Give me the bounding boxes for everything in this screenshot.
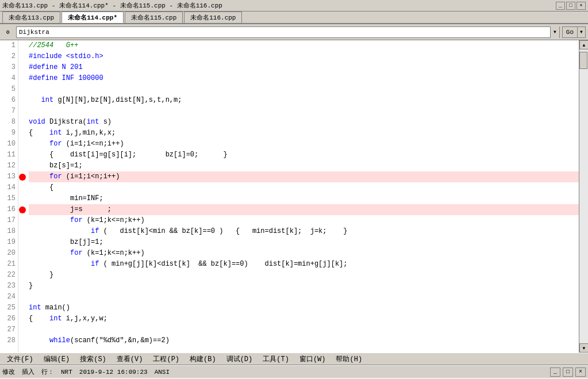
menu-item-调试D[interactable]: 调试(D) xyxy=(222,353,258,365)
go-combo-arrow[interactable]: ▼ xyxy=(577,26,585,38)
error-dot-16 xyxy=(19,206,26,213)
function-combo-arrow[interactable]: ▼ xyxy=(550,26,559,38)
toolbar-icon: ⚙ xyxy=(2,26,14,38)
function-combo[interactable]: Dijkstra ▼ xyxy=(16,26,560,38)
code-line-21[interactable]: if ( min+g[j][k]<dist[k] && bz[k]==0) di… xyxy=(29,259,579,270)
menu-item-文件F[interactable]: 文件(F) xyxy=(2,353,38,365)
function-combo-text: Dijkstra xyxy=(17,29,550,36)
menu-item-搜索S[interactable]: 搜索(S) xyxy=(75,353,111,365)
code-line-10[interactable]: for (i=1;i<=n;i++) xyxy=(29,139,579,150)
scrollbar-thumb[interactable] xyxy=(579,52,587,69)
status-line: 行： xyxy=(41,367,54,376)
status-nrt: NRT xyxy=(61,369,72,376)
bottom-minimize[interactable]: _ xyxy=(550,367,560,377)
window-controls[interactable]: _ □ × xyxy=(556,2,586,10)
tab-3[interactable]: 未命名116.cpp xyxy=(184,12,242,23)
status-encoding: ANSI xyxy=(155,369,170,376)
code-line-4[interactable]: #define INF 100000 xyxy=(29,73,579,84)
menu-item-帮助H[interactable]: 帮助(H) xyxy=(331,353,367,365)
status-datetime: 2019-9-12 16:09:23 xyxy=(79,369,148,376)
bottom-status: 修改 插入 行： NRT 2019-9-12 16:09:23 ANSI xyxy=(2,367,545,376)
code-line-15[interactable]: min=INF; xyxy=(29,193,579,204)
bottom-window-controls[interactable]: _ □ × xyxy=(550,367,586,377)
tab-0[interactable]: 未命名113.cpp xyxy=(2,12,60,23)
go-combo[interactable]: Go ▼ xyxy=(562,26,586,38)
code-line-2[interactable]: #include <stdio.h> xyxy=(29,51,579,62)
tab-2[interactable]: 未命名115.cpp xyxy=(125,12,183,23)
menubar: 文件(F)编辑(E)搜索(S)查看(V)工程(P)构建(B)调试(D)工具(T)… xyxy=(0,353,588,365)
status-modify: 修改 xyxy=(2,367,15,376)
error-indicators xyxy=(18,40,26,353)
menu-item-查看V[interactable]: 查看(V) xyxy=(112,353,148,365)
maximize-button[interactable]: □ xyxy=(566,2,575,10)
code-line-11[interactable]: { dist[i]=g[s][i]; bz[i]=0; } xyxy=(29,150,579,160)
code-line-9[interactable]: { int i,j,min,k,x; xyxy=(29,128,579,139)
menu-item-窗口W[interactable]: 窗口(W) xyxy=(295,353,330,365)
code-line-22[interactable]: } xyxy=(29,270,579,281)
code-line-13[interactable]: for (i=1;i<n;i++) xyxy=(29,171,579,182)
code-line-25[interactable]: int main() xyxy=(29,303,579,313)
code-line-14[interactable]: { xyxy=(29,182,579,193)
bottom-close[interactable]: × xyxy=(575,367,586,377)
title-text: 未命名113.cpp - 未命名114.cpp* - 未命名115.cpp - … xyxy=(2,1,222,10)
bottom-bar: 修改 插入 行： NRT 2019-9-12 16:09:23 ANSI _ □… xyxy=(0,365,588,378)
scrollbar[interactable]: ▲ ▼ xyxy=(579,40,588,353)
code-line-7[interactable] xyxy=(29,106,579,117)
code-line-5[interactable] xyxy=(29,84,579,95)
scroll-down-button[interactable]: ▼ xyxy=(579,343,588,353)
code-line-16[interactable]: j=s ; xyxy=(29,204,579,215)
scroll-up-button[interactable]: ▲ xyxy=(579,40,588,49)
go-label: Go xyxy=(563,29,577,36)
menu-item-工具T[interactable]: 工具(T) xyxy=(258,353,294,365)
title-bar: 未命名113.cpp - 未命名114.cpp* - 未命名115.cpp - … xyxy=(0,0,588,12)
code-line-27[interactable] xyxy=(29,324,579,335)
error-dot-13 xyxy=(19,174,26,181)
tab-bar: 未命名113.cpp 未命名114.cpp* 未命名115.cpp 未命名116… xyxy=(0,12,588,24)
status-insert: 插入 xyxy=(22,367,34,376)
close-button[interactable]: × xyxy=(577,2,586,10)
line-numbers: 1234567891011121314151617181920212223242… xyxy=(0,40,18,353)
code-area: 1234567891011121314151617181920212223242… xyxy=(0,40,588,353)
code-line-17[interactable]: for (k=1;k<=n;k++) xyxy=(29,215,579,226)
minimize-button[interactable]: _ xyxy=(556,2,565,10)
code-line-24[interactable] xyxy=(29,292,579,303)
scrollbar-track[interactable] xyxy=(579,49,588,343)
menu-item-构建B[interactable]: 构建(B) xyxy=(185,353,221,365)
code-line-23[interactable]: } xyxy=(29,281,579,292)
code-line-3[interactable]: #define N 201 xyxy=(29,62,579,73)
code-line-12[interactable]: bz[s]=1; xyxy=(29,160,579,171)
code-line-26[interactable]: { int i,j,x,y,w; xyxy=(29,313,579,324)
menu-item-工程P[interactable]: 工程(P) xyxy=(148,353,184,365)
toolbar: ⚙ Dijkstra ▼ Go ▼ xyxy=(0,24,588,40)
bottom-maximize[interactable]: □ xyxy=(563,367,573,377)
code-line-19[interactable]: bz[j]=1; xyxy=(29,237,579,248)
code-line-28[interactable]: while(scanf("%d%d",&n,&m)==2) xyxy=(29,335,579,346)
code-line-20[interactable]: for (k=1;k<=n;k++) xyxy=(29,248,579,259)
code-line-8[interactable]: void Dijkstra(int s) xyxy=(29,117,579,128)
tab-1[interactable]: 未命名114.cpp* xyxy=(62,12,124,23)
code-line-6[interactable]: int g[N][N],bz[N],dist[N],s,t,n,m; xyxy=(29,95,579,106)
code-content[interactable]: //2544 G++#include <stdio.h>#define N 20… xyxy=(26,40,579,353)
code-line-1[interactable]: //2544 G++ xyxy=(29,40,579,51)
code-line-18[interactable]: if ( dist[k]<min && bz[k]==0 ) { min=dis… xyxy=(29,226,579,237)
menu-item-编辑E[interactable]: 编辑(E) xyxy=(39,353,75,365)
